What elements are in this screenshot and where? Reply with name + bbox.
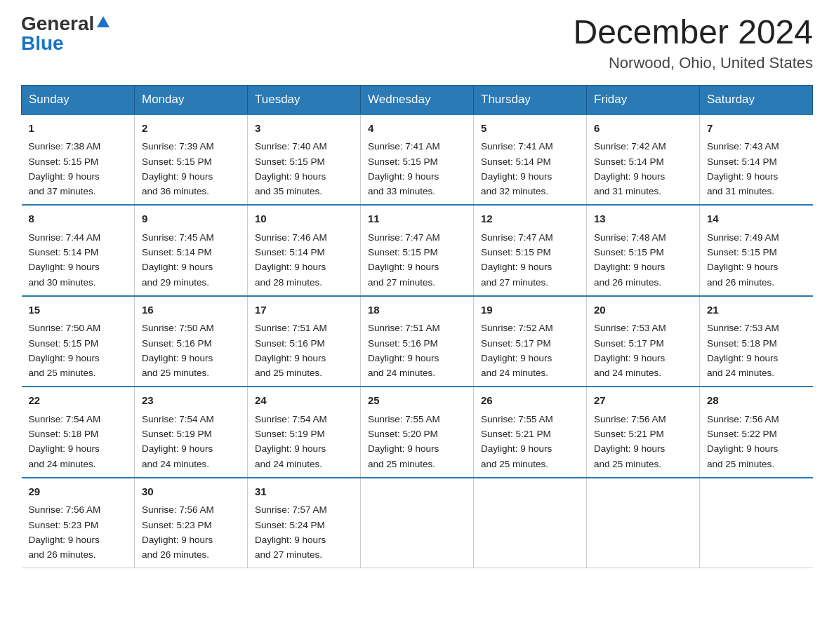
day-sunrise: Sunrise: 7:54 AM (255, 414, 327, 424)
day-daylight: Daylight: 9 hours (29, 171, 100, 182)
day-daylight-cont: and 26 minutes. (594, 277, 661, 288)
day-sunset: Sunset: 5:17 PM (594, 338, 664, 349)
calendar-week-3: 15 Sunrise: 7:50 AM Sunset: 5:15 PM Dayl… (22, 296, 813, 387)
calendar-day: 26 Sunrise: 7:55 AM Sunset: 5:21 PM Dayl… (474, 387, 587, 478)
day-daylight-cont: and 30 minutes. (29, 277, 96, 288)
day-number: 16 (142, 302, 240, 318)
day-daylight: Daylight: 9 hours (255, 443, 326, 454)
day-daylight: Daylight: 9 hours (142, 171, 213, 182)
day-sunrise: Sunrise: 7:45 AM (142, 232, 214, 243)
calendar-day: 18 Sunrise: 7:51 AM Sunset: 5:16 PM Dayl… (361, 296, 474, 387)
day-daylight: Daylight: 9 hours (29, 443, 100, 454)
day-number: 19 (481, 302, 579, 318)
day-daylight: Daylight: 9 hours (255, 262, 326, 272)
calendar-day: 29 Sunrise: 7:56 AM Sunset: 5:23 PM Dayl… (22, 478, 135, 568)
header-saturday: Saturday (700, 85, 813, 114)
day-sunset: Sunset: 5:23 PM (29, 520, 99, 530)
day-daylight: Daylight: 9 hours (29, 262, 100, 272)
calendar-day: 25 Sunrise: 7:55 AM Sunset: 5:20 PM Dayl… (361, 387, 474, 478)
day-daylight-cont: and 25 minutes. (142, 368, 209, 378)
day-sunset: Sunset: 5:19 PM (142, 429, 212, 439)
day-sunrise: Sunrise: 7:56 AM (29, 504, 101, 515)
day-sunrise: Sunrise: 7:54 AM (142, 414, 214, 424)
day-daylight: Daylight: 9 hours (29, 353, 100, 363)
day-daylight: Daylight: 9 hours (481, 443, 552, 454)
day-number: 8 (29, 211, 128, 227)
day-daylight-cont: and 25 minutes. (481, 459, 548, 469)
calendar-day: 4 Sunrise: 7:41 AM Sunset: 5:15 PM Dayli… (361, 114, 474, 206)
day-number: 24 (255, 393, 353, 409)
day-daylight: Daylight: 9 hours (368, 171, 439, 182)
day-sunrise: Sunrise: 7:56 AM (707, 414, 779, 424)
day-daylight-cont: and 25 minutes. (594, 459, 661, 469)
day-sunrise: Sunrise: 7:53 AM (594, 323, 666, 333)
day-daylight: Daylight: 9 hours (707, 171, 778, 182)
day-sunrise: Sunrise: 7:47 AM (481, 232, 553, 243)
calendar-day: 27 Sunrise: 7:56 AM Sunset: 5:21 PM Dayl… (587, 387, 700, 478)
day-sunset: Sunset: 5:14 PM (707, 156, 777, 167)
calendar-day: 15 Sunrise: 7:50 AM Sunset: 5:15 PM Dayl… (22, 296, 135, 387)
calendar-week-1: 1 Sunrise: 7:38 AM Sunset: 5:15 PM Dayli… (22, 114, 813, 206)
day-daylight: Daylight: 9 hours (255, 353, 326, 363)
day-sunrise: Sunrise: 7:47 AM (368, 232, 440, 243)
day-number: 5 (481, 121, 579, 137)
calendar-day (700, 478, 813, 568)
calendar-day: 9 Sunrise: 7:45 AM Sunset: 5:14 PM Dayli… (135, 205, 248, 296)
day-daylight: Daylight: 9 hours (368, 262, 439, 272)
day-sunrise: Sunrise: 7:46 AM (255, 232, 327, 243)
day-daylight-cont: and 24 minutes. (142, 459, 209, 469)
day-sunset: Sunset: 5:15 PM (707, 247, 777, 257)
day-number: 13 (594, 211, 692, 227)
day-number: 15 (29, 302, 128, 318)
calendar-week-5: 29 Sunrise: 7:56 AM Sunset: 5:23 PM Dayl… (22, 478, 813, 568)
day-daylight: Daylight: 9 hours (594, 171, 665, 182)
calendar-day: 24 Sunrise: 7:54 AM Sunset: 5:19 PM Dayl… (248, 387, 361, 478)
day-number: 18 (368, 302, 466, 318)
day-daylight-cont: and 24 minutes. (481, 368, 548, 378)
day-daylight: Daylight: 9 hours (707, 262, 778, 272)
day-number: 6 (594, 121, 692, 137)
day-sunrise: Sunrise: 7:50 AM (142, 323, 214, 333)
day-daylight-cont: and 31 minutes. (594, 186, 661, 196)
calendar-day: 17 Sunrise: 7:51 AM Sunset: 5:16 PM Dayl… (248, 296, 361, 387)
day-sunset: Sunset: 5:18 PM (707, 338, 777, 349)
day-number: 20 (594, 302, 692, 318)
day-sunrise: Sunrise: 7:55 AM (481, 414, 553, 424)
day-number: 2 (142, 121, 240, 137)
day-sunset: Sunset: 5:24 PM (255, 520, 325, 530)
day-sunset: Sunset: 5:21 PM (481, 429, 551, 439)
day-sunset: Sunset: 5:20 PM (368, 429, 438, 439)
day-sunrise: Sunrise: 7:50 AM (29, 323, 101, 333)
calendar-day: 21 Sunrise: 7:53 AM Sunset: 5:18 PM Dayl… (700, 296, 813, 387)
day-daylight: Daylight: 9 hours (707, 353, 778, 363)
day-sunset: Sunset: 5:22 PM (707, 429, 777, 439)
weekday-header-row: Sunday Monday Tuesday Wednesday Thursday… (22, 85, 813, 114)
day-sunrise: Sunrise: 7:54 AM (29, 414, 101, 424)
day-number: 3 (255, 121, 353, 137)
logo: General Blue (21, 14, 111, 53)
day-number: 21 (707, 302, 806, 318)
day-daylight-cont: and 27 minutes. (368, 277, 435, 288)
day-daylight-cont: and 25 minutes. (368, 459, 435, 469)
day-sunset: Sunset: 5:16 PM (142, 338, 212, 349)
calendar-title: December 2024 (573, 14, 813, 51)
day-number: 27 (594, 393, 692, 409)
calendar-day: 13 Sunrise: 7:48 AM Sunset: 5:15 PM Dayl… (587, 205, 700, 296)
day-daylight: Daylight: 9 hours (481, 353, 552, 363)
day-daylight-cont: and 28 minutes. (255, 277, 322, 288)
day-daylight: Daylight: 9 hours (255, 535, 326, 545)
day-number: 11 (368, 211, 466, 227)
calendar-day: 22 Sunrise: 7:54 AM Sunset: 5:18 PM Dayl… (22, 387, 135, 478)
day-number: 28 (707, 393, 806, 409)
day-sunrise: Sunrise: 7:42 AM (594, 141, 666, 152)
day-daylight: Daylight: 9 hours (594, 262, 665, 272)
day-sunset: Sunset: 5:14 PM (142, 247, 212, 257)
day-daylight-cont: and 32 minutes. (481, 186, 548, 196)
logo-arrow-icon (95, 15, 111, 30)
calendar-day: 10 Sunrise: 7:46 AM Sunset: 5:14 PM Dayl… (248, 205, 361, 296)
day-daylight-cont: and 24 minutes. (29, 459, 96, 469)
day-daylight: Daylight: 9 hours (368, 443, 439, 454)
day-sunset: Sunset: 5:21 PM (594, 429, 664, 439)
day-daylight: Daylight: 9 hours (481, 171, 552, 182)
header-monday: Monday (135, 85, 248, 114)
